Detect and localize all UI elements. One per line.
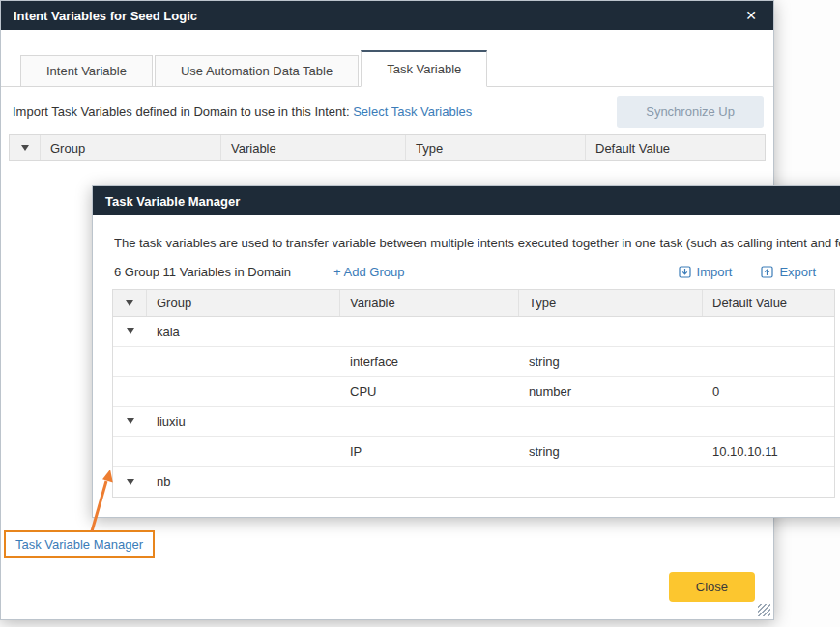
table-row-variable-ip[interactable]: IP string 10.10.10.11: [113, 437, 834, 467]
column-header-type[interactable]: Type: [519, 290, 703, 316]
group-collapse-cell: [113, 418, 147, 424]
tab-task-variable[interactable]: Task Variable: [361, 50, 487, 87]
import-link[interactable]: Import: [679, 265, 733, 279]
column-header-group[interactable]: Group: [41, 135, 221, 160]
collapse-group-icon[interactable]: [127, 418, 134, 424]
import-instruction-text-wrap: Import Task Variables defined in Domain …: [13, 104, 472, 119]
dialog-titlebar: Intent Variables for Seed Logic ✕: [1, 1, 773, 30]
outer-table-header: Group Variable Type Default Value: [9, 134, 766, 161]
column-header-default-value[interactable]: Default Value: [586, 135, 765, 160]
group-name: nb: [147, 474, 340, 489]
collapse-all-icon[interactable]: [21, 145, 29, 151]
column-header-variable[interactable]: Variable: [340, 290, 519, 316]
select-task-variables-link[interactable]: Select Task Variables: [353, 104, 472, 119]
variable-name: interface: [340, 355, 519, 369]
dialog-title: Intent Variables for Seed Logic: [14, 9, 197, 23]
variable-type: number: [519, 385, 703, 399]
group-variable-count: 6 Group 11 Variables in Domain: [114, 265, 291, 279]
import-instruction: Import Task Variables defined in Domain …: [13, 104, 350, 119]
task-variables-description: The task variables are used to transfer …: [114, 236, 840, 250]
add-group-link[interactable]: + Add Group: [333, 265, 404, 279]
table-row-group-liuxiu[interactable]: liuxiu: [113, 407, 834, 437]
export-link-label: Export: [779, 265, 816, 279]
inner-dialog-title: Task Variable Manager: [105, 194, 240, 209]
annotation-arrow: [72, 462, 130, 549]
close-icon[interactable]: ✕: [741, 6, 761, 25]
table-row-group-nb[interactable]: nb: [113, 467, 834, 497]
inner-collapse-all-cell: [113, 290, 147, 316]
tab-bar: Intent Variable Use Automation Data Tabl…: [1, 50, 773, 87]
import-export-links: Import Export: [679, 265, 816, 279]
group-collapse-cell: [113, 328, 147, 334]
import-icon: [679, 266, 691, 278]
table-row-variable-cpu[interactable]: CPU number 0: [113, 377, 834, 407]
column-header-default-value[interactable]: Default Value: [703, 290, 834, 316]
table-row-variable-interface[interactable]: interface string: [113, 347, 834, 377]
variable-name: IP: [340, 444, 519, 459]
task-variables-table: Group Variable Type Default Value kala i…: [112, 289, 835, 498]
column-header-type[interactable]: Type: [406, 135, 586, 160]
collapse-group-icon[interactable]: [127, 328, 134, 334]
import-link-label: Import: [697, 265, 733, 279]
task-variable-manager-dialog: Task Variable Manager The task variables…: [92, 185, 840, 518]
inner-table-header: Group Variable Type Default Value: [113, 290, 834, 317]
resize-grip[interactable]: [758, 604, 770, 616]
tab-use-automation-data-table[interactable]: Use Automation Data Table: [155, 55, 359, 86]
export-link[interactable]: Export: [761, 265, 816, 279]
inner-dialog-titlebar: Task Variable Manager: [93, 186, 840, 215]
summary-row: 6 Group 11 Variables in Domain + Add Gro…: [114, 265, 816, 279]
tab-intent-variable[interactable]: Intent Variable: [20, 55, 153, 86]
outer-collapse-all-cell: [10, 135, 41, 160]
column-header-variable[interactable]: Variable: [221, 135, 406, 160]
variable-name: CPU: [340, 385, 519, 399]
collapse-all-icon[interactable]: [126, 300, 133, 306]
close-button[interactable]: Close: [669, 572, 755, 602]
column-header-group[interactable]: Group: [147, 290, 340, 316]
group-name: liuxiu: [147, 414, 340, 429]
variable-type: string: [519, 444, 703, 459]
variable-default: 10.10.10.11: [703, 444, 834, 459]
variable-default: 0: [703, 385, 834, 399]
group-name: kala: [147, 325, 340, 339]
table-row-group-kala[interactable]: kala: [113, 317, 834, 347]
import-instruction-row: Import Task Variables defined in Domain …: [13, 96, 764, 128]
synchronize-up-button[interactable]: Synchronize Up: [617, 96, 764, 128]
variable-type: string: [519, 355, 703, 369]
export-icon: [761, 266, 773, 278]
